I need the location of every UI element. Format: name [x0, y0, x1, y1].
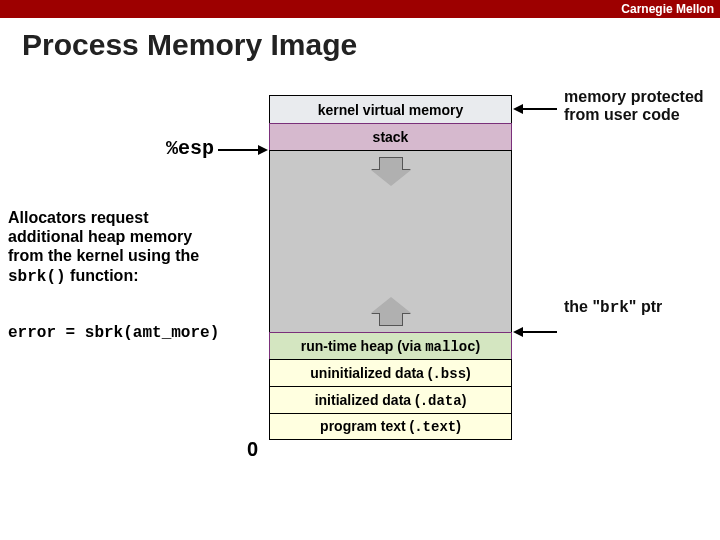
seg-gap: [269, 150, 512, 332]
header-bar: Carnegie Mellon: [0, 0, 720, 18]
esp-pointer-arrow-icon: [258, 145, 268, 155]
memory-column: kernel virtual memory stack run-time hea…: [269, 95, 512, 440]
kernel-protected-note: memory protected from user code: [564, 88, 714, 125]
brk-ptr-note: the "brk" ptr: [564, 298, 662, 317]
seg-heap: run-time heap (via malloc): [269, 332, 512, 359]
heap-grow-up-icon: [371, 297, 411, 326]
error-assignment: error = sbrk(amt_more): [8, 324, 219, 342]
seg-kernel: kernel virtual memory: [269, 95, 512, 123]
brk-pointer-line: [522, 331, 557, 333]
seg-bss: uninitialized data (.bss): [269, 359, 512, 386]
stack-grow-down-icon: [371, 157, 411, 186]
kvm-pointer-line: [522, 108, 557, 110]
esp-pointer-line: [218, 149, 260, 151]
kvm-pointer-arrow-icon: [513, 104, 523, 114]
seg-data: initialized data (.data): [269, 386, 512, 413]
seg-text: program text (.text): [269, 413, 512, 440]
zero-label: 0: [247, 438, 258, 461]
slide-title: Process Memory Image: [22, 28, 720, 62]
seg-stack: stack: [269, 123, 512, 150]
org-name: Carnegie Mellon: [621, 0, 714, 18]
esp-label: %esp: [166, 137, 214, 160]
diagram-stage: kernel virtual memory stack run-time hea…: [0, 80, 720, 520]
allocator-note: Allocators request additional heap memor…: [8, 208, 233, 287]
brk-pointer-arrow-icon: [513, 327, 523, 337]
